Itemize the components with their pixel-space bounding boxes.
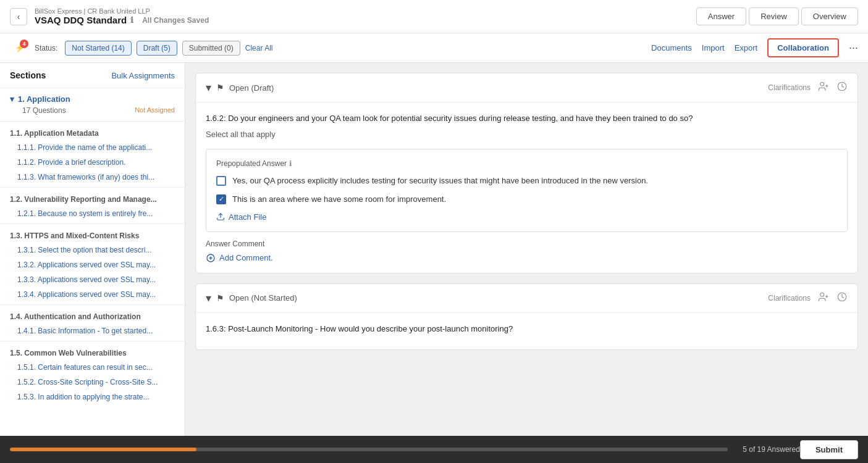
filter-submitted[interactable]: Submitted (0) bbox=[182, 41, 240, 56]
clarifications-label-2: Clarifications bbox=[768, 294, 811, 302]
export-button[interactable]: Export bbox=[735, 43, 758, 52]
checkbox-1[interactable] bbox=[216, 176, 226, 186]
add-comment-label: Add Comment. bbox=[219, 253, 273, 262]
question-text-2: 1.6.3: Post-Launch Monitoring - How woul… bbox=[206, 323, 848, 335]
top-header: ‹ BillSox Express | CR Bank United LLP V… bbox=[0, 0, 868, 33]
answer-comment-label: Answer Comment bbox=[206, 240, 848, 248]
svg-point-0 bbox=[820, 82, 824, 86]
svg-point-8 bbox=[820, 293, 824, 296]
clear-all-button[interactable]: Clear All bbox=[245, 44, 273, 52]
status-filters: ⚡ 4 Status: Not Started (14) Draft (5) S… bbox=[10, 38, 272, 58]
history-icon[interactable] bbox=[836, 81, 848, 94]
section-meta: 17 Questions Not Assigned bbox=[10, 106, 175, 115]
question-1-3-3[interactable]: 1.3.3. Applications served over SSL may.… bbox=[0, 272, 185, 287]
collaboration-button[interactable]: Collaboration bbox=[767, 38, 839, 57]
question-1-1-1[interactable]: 1.1.1. Provide the name of the applicati… bbox=[0, 140, 185, 155]
add-comment-button[interactable]: Add Comment. bbox=[206, 253, 273, 263]
title-text: VSAQ DDQ Standard bbox=[35, 15, 127, 25]
title-group: BillSox Express | CR Bank United LLP VSA… bbox=[35, 7, 209, 25]
status-actions: Documents Import Export Collaboration ··… bbox=[651, 38, 858, 57]
dropdown-toggle[interactable]: ▾ bbox=[206, 81, 211, 94]
info-icon[interactable]: ℹ bbox=[130, 15, 133, 25]
back-button[interactable]: ‹ bbox=[10, 8, 27, 25]
question-1-5-3[interactable]: 1.5.3. In addition to applying the strat… bbox=[0, 390, 185, 404]
question-1-4-1[interactable]: 1.4.1. Basic Information - To get starte… bbox=[0, 323, 185, 338]
question-status-badge-2: Open (Not Started) bbox=[229, 293, 297, 302]
section-name-text: 1. Application bbox=[18, 94, 70, 104]
section-questions: 17 Questions bbox=[22, 106, 66, 115]
question-card-2-header: ▾ ⚑ Open (Not Started) Clarifications bbox=[196, 284, 857, 313]
question-1-3-4[interactable]: 1.3.4. Applications served over SSL may.… bbox=[0, 287, 185, 302]
card-header-right: Clarifications bbox=[768, 81, 848, 94]
question-card-2-body: 1.6.3: Post-Launch Monitoring - How woul… bbox=[196, 313, 857, 350]
prepopulated-text: Prepopulated Answer bbox=[216, 159, 287, 168]
subsection-1-1-header: 1.1. Application Metadata bbox=[0, 124, 185, 140]
clarifications-label: Clarifications bbox=[768, 83, 811, 92]
attach-label: Attach File bbox=[229, 212, 266, 222]
answer-comment-section: Answer Comment Add Comment. bbox=[206, 240, 848, 263]
checkbox-item-1: Yes, our QA process explicitly includes … bbox=[216, 175, 837, 186]
checkbox-label-1: Yes, our QA process explicitly includes … bbox=[232, 175, 648, 186]
status-bar: ⚡ 4 Status: Not Started (14) Draft (5) S… bbox=[0, 33, 868, 63]
progress-bar-fill bbox=[10, 448, 196, 451]
section-application: ▾ 1. Application 17 Questions Not Assign… bbox=[0, 88, 185, 121]
prepopulated-section: Prepopulated Answer ℹ Yes, our QA proces… bbox=[206, 149, 848, 232]
prepopulated-info-icon: ℹ bbox=[289, 159, 292, 168]
add-person-icon-2[interactable] bbox=[818, 291, 829, 305]
subsection-1-4: 1.4. Authentication and Authorization 1.… bbox=[0, 305, 185, 341]
subsection-1-5: 1.5. Common Web Vulnerabilities 1.5.1. C… bbox=[0, 341, 185, 407]
subsection-1-4-header: 1.4. Authentication and Authorization bbox=[0, 307, 185, 323]
sidebar-title: Sections bbox=[10, 70, 46, 80]
question-instruction-1: Select all that apply bbox=[206, 130, 848, 139]
checkmark-icon: ✓ bbox=[219, 195, 224, 203]
checkbox-item-2: ✓ This is an area where we have some roo… bbox=[216, 194, 837, 205]
question-card-1-body: 1.6.2: Do your engineers and your QA tea… bbox=[196, 102, 857, 273]
subsection-1-5-header: 1.5. Common Web Vulnerabilities bbox=[0, 344, 185, 360]
section-application-name[interactable]: ▾ 1. Application bbox=[10, 94, 175, 104]
filter-draft[interactable]: Draft (5) bbox=[137, 41, 177, 56]
subsection-1-3: 1.3. HTTPS and Mixed-Content Risks 1.3.1… bbox=[0, 224, 185, 304]
filter-button[interactable]: ⚡ 4 bbox=[10, 38, 30, 58]
question-1-5-2[interactable]: 1.5.2. Cross-Site Scripting - Cross-Site… bbox=[0, 375, 185, 390]
filter-badge: 4 bbox=[20, 40, 28, 48]
question-1-5-1[interactable]: 1.5.1. Certain features can result in se… bbox=[0, 360, 185, 375]
question-card-2: ▾ ⚑ Open (Not Started) Clarifications 1.… bbox=[195, 283, 858, 351]
flag-button-2[interactable]: ⚑ bbox=[216, 293, 224, 303]
sidebar-header: Sections Bulk Assignments bbox=[0, 70, 185, 88]
tab-review[interactable]: Review bbox=[749, 7, 799, 25]
more-options-button[interactable]: ··· bbox=[849, 41, 858, 54]
card2-header-right: Clarifications bbox=[768, 291, 848, 305]
history-icon-2[interactable] bbox=[836, 291, 848, 305]
question-card-1: ▾ ⚑ Open (Draft) Clarifications 1.6.2: D… bbox=[195, 73, 858, 273]
question-status-badge: Open (Draft) bbox=[229, 83, 274, 93]
subsection-1-2: 1.2. Vulnerability Reporting and Manage.… bbox=[0, 188, 185, 223]
question-1-1-3[interactable]: 1.1.3. What frameworks (if any) does thi… bbox=[0, 170, 185, 185]
tab-overview[interactable]: Overview bbox=[801, 7, 858, 25]
checkbox-2[interactable]: ✓ bbox=[216, 194, 226, 204]
question-1-3-2[interactable]: 1.3.2. Applications served over SSL may.… bbox=[0, 257, 185, 272]
import-button[interactable]: Import bbox=[702, 43, 725, 52]
company-name: BillSox Express | CR Bank United LLP bbox=[35, 7, 209, 15]
progress-text: 5 of 19 Answered bbox=[743, 445, 800, 454]
question-1-3-1[interactable]: 1.3.1. Select the option that best descr… bbox=[0, 243, 185, 257]
progress-bar-container bbox=[10, 448, 728, 451]
dropdown-toggle-2[interactable]: ▾ bbox=[206, 291, 211, 305]
attach-file-button[interactable]: Attach File bbox=[216, 212, 266, 222]
question-text-1: 1.6.2: Do your engineers and your QA tea… bbox=[206, 112, 848, 125]
submit-button[interactable]: Submit bbox=[800, 440, 858, 459]
card2-header-left: ▾ ⚑ Open (Not Started) bbox=[206, 291, 297, 305]
question-1-2-1[interactable]: 1.2.1. Because no system is entirely fre… bbox=[0, 206, 185, 221]
documents-button[interactable]: Documents bbox=[651, 43, 692, 52]
section-arrow: ▾ bbox=[10, 94, 14, 104]
flag-button[interactable]: ⚑ bbox=[216, 83, 224, 93]
bottom-bar: 5 of 19 Answered Submit bbox=[0, 436, 868, 463]
bulk-assignments-button[interactable]: Bulk Assignments bbox=[111, 71, 175, 80]
status-label: Status: bbox=[35, 44, 57, 52]
subsection-1-1: 1.1. Application Metadata 1.1.1. Provide… bbox=[0, 122, 185, 187]
tab-answer[interactable]: Answer bbox=[696, 7, 746, 25]
content-area: ▾ ⚑ Open (Draft) Clarifications 1.6.2: D… bbox=[185, 63, 868, 436]
progress-section: 5 of 19 Answered bbox=[0, 445, 800, 454]
add-person-icon[interactable] bbox=[818, 81, 829, 94]
question-1-1-2[interactable]: 1.1.2. Provide a brief description. bbox=[0, 155, 185, 170]
filter-not-started[interactable]: Not Started (14) bbox=[65, 41, 131, 56]
